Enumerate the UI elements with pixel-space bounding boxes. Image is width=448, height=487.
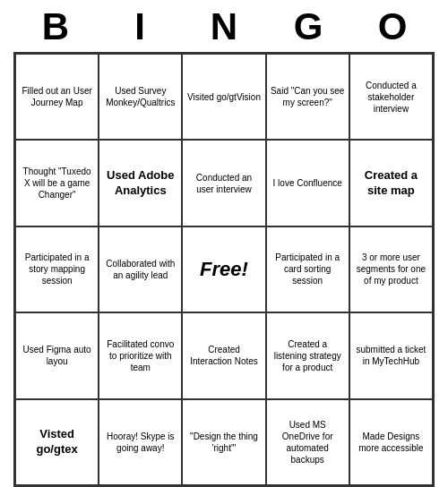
bingo-cell-r2c4[interactable]: I love Confluence <box>266 140 349 226</box>
bingo-cell-r3c1[interactable]: Participated in a story mapping session <box>15 226 99 312</box>
bingo-cell-r4c3[interactable]: Created Interaction Notes <box>182 312 265 398</box>
bingo-cell-r3c3[interactable]: Free! <box>182 226 265 312</box>
bingo-cell-r4c4[interactable]: Created a listening strategy for a produ… <box>266 312 349 398</box>
bingo-cell-r1c3[interactable]: Visited go/gtVision <box>182 54 265 140</box>
bingo-cell-r1c1[interactable]: Filled out an User Journey Map <box>15 54 99 140</box>
bingo-header: B I N G O <box>13 0 435 52</box>
letter-o: O <box>357 5 428 48</box>
bingo-cell-r4c1[interactable]: Used Figma auto layou <box>15 312 99 398</box>
bingo-cell-r1c4[interactable]: Said "Can you see my screen?" <box>266 54 349 140</box>
bingo-cell-r2c3[interactable]: Conducted an user interview <box>182 140 265 226</box>
letter-g: G <box>272 5 344 48</box>
bingo-cell-r2c1[interactable]: Thought "Tuxedo X will be a game Changer… <box>15 140 99 226</box>
letter-n: N <box>188 5 260 48</box>
bingo-cell-r4c2[interactable]: Facilitated convo to prioritize with tea… <box>99 312 182 398</box>
bingo-cell-r5c4[interactable]: Used MS OneDrive for automated backups <box>266 399 349 485</box>
letter-b: B <box>20 5 91 48</box>
bingo-cell-r5c1[interactable]: Visted go/gtex <box>15 399 99 485</box>
bingo-grid: Filled out an User Journey MapUsed Surve… <box>13 52 435 487</box>
bingo-cell-r2c5[interactable]: Created a site map <box>349 140 433 226</box>
bingo-cell-r5c5[interactable]: Made Designs more accessible <box>349 399 433 485</box>
bingo-cell-r3c2[interactable]: Collaborated with an agility lead <box>99 226 182 312</box>
bingo-cell-r4c5[interactable]: submitted a ticket in MyTechHub <box>349 312 433 398</box>
bingo-cell-r1c2[interactable]: Used Survey Monkey/Qualtrics <box>99 54 182 140</box>
bingo-cell-r2c2[interactable]: Used Adobe Analytics <box>99 140 182 226</box>
bingo-cell-r5c3[interactable]: "Design the thing 'right'" <box>182 399 265 485</box>
bingo-cell-r3c5[interactable]: 3 or more user segments for one of my pr… <box>349 226 433 312</box>
bingo-cell-r1c5[interactable]: Conducted a stakeholder interview <box>349 54 433 140</box>
bingo-cell-r3c4[interactable]: Participated in a card sorting session <box>266 226 349 312</box>
letter-i: I <box>104 5 176 48</box>
bingo-cell-r5c2[interactable]: Hooray! Skype is going away! <box>99 399 182 485</box>
